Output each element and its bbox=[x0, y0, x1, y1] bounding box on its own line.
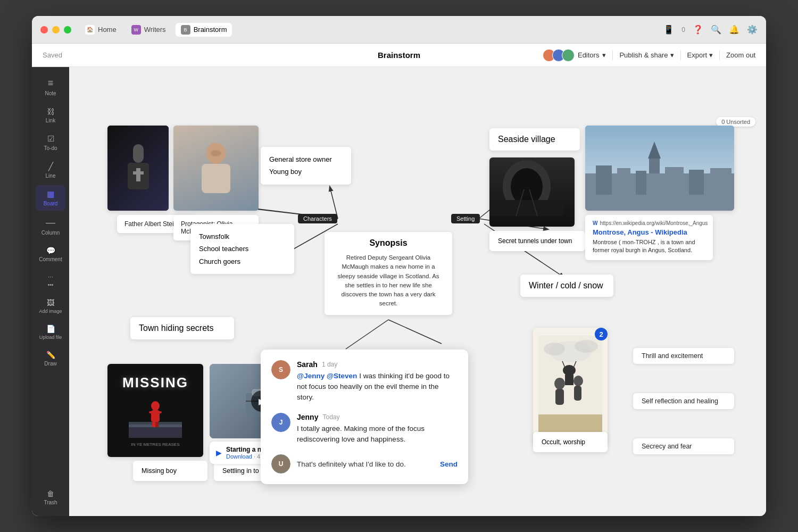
svg-rect-51 bbox=[565, 375, 573, 385]
sidebar-item-upload[interactable]: 📄 Upload file bbox=[36, 320, 65, 344]
sidebar-item-comment[interactable]: 💬 Comment bbox=[36, 242, 65, 267]
svg-line-8 bbox=[346, 320, 388, 349]
missing-book-photo[interactable]: MISSING bbox=[107, 364, 203, 457]
svg-point-18 bbox=[511, 168, 543, 205]
bell-icon[interactable]: 🔔 bbox=[729, 24, 739, 35]
send-button[interactable]: Send bbox=[440, 460, 458, 468]
comment-input-row: U That's definitely what I'd like to do.… bbox=[271, 454, 458, 473]
other-chars-card[interactable]: General store owner Young boy bbox=[261, 147, 351, 185]
export-button[interactable]: Export ▾ bbox=[687, 51, 713, 59]
brainstorm-icon: B bbox=[181, 25, 190, 35]
svg-marker-23 bbox=[648, 142, 661, 159]
board-icon: ▦ bbox=[47, 189, 54, 199]
synopsis-card[interactable]: Synopsis Retired Deputy Sergeant Olivia … bbox=[325, 232, 452, 315]
svg-rect-37 bbox=[152, 422, 155, 427]
main-layout: ≡ Note ⛓ Link ☑ To-do ╱ Line ▦ Board — C… bbox=[32, 67, 766, 516]
svg-point-46 bbox=[554, 378, 565, 389]
comment-sarah: S Sarah 1 day @Jenny @Steven I was think… bbox=[271, 360, 458, 403]
tunnels-label[interactable]: Secret tunnels under town bbox=[489, 231, 585, 251]
wikipedia-card[interactable]: W https://en.wikipedia.org/wiki/Montrose… bbox=[585, 215, 713, 260]
editors-chevron: ▾ bbox=[602, 51, 606, 59]
svg-rect-10 bbox=[133, 144, 144, 163]
svg-rect-49 bbox=[574, 386, 581, 401]
comment-panel: S Sarah 1 day @Jenny @Steven I was think… bbox=[261, 350, 468, 484]
other-chars-list: General store owner Young boy bbox=[269, 153, 343, 178]
occult-photo[interactable] bbox=[533, 328, 608, 445]
publish-button[interactable]: Publish & share ▾ bbox=[619, 51, 674, 59]
missing-boy-card[interactable]: Missing boy bbox=[133, 461, 207, 481]
svg-rect-25 bbox=[596, 165, 612, 195]
sidebar-item-board[interactable]: ▦ Board bbox=[36, 185, 65, 211]
jenny-comment-text: I totally agree. Making more of the focu… bbox=[297, 423, 458, 445]
link-icon: ⛓ bbox=[47, 107, 55, 116]
sidebar-item-draw[interactable]: ✏️ Draw bbox=[36, 346, 65, 371]
tab-bar: 🏠 Home W Writers B Brainstorm bbox=[80, 23, 232, 37]
comment-icon: 💬 bbox=[46, 246, 55, 255]
zoom-button[interactable]: Zoom out bbox=[726, 51, 755, 59]
tab-brainstorm[interactable]: B Brainstorm bbox=[176, 23, 232, 37]
svg-point-16 bbox=[211, 150, 221, 156]
saved-status: Saved bbox=[43, 51, 62, 59]
settings-icon[interactable]: ⚙️ bbox=[747, 24, 758, 35]
thrill-theme[interactable]: Thrill and excitement bbox=[633, 348, 734, 364]
sidebar-item-note[interactable]: ≡ Note bbox=[36, 73, 65, 101]
svg-rect-19 bbox=[489, 200, 564, 216]
village-photo[interactable] bbox=[585, 126, 734, 211]
svg-rect-12 bbox=[136, 168, 140, 181]
title-bar: 🏠 Home W Writers B Brainstorm 📱 0 ❓ 🔍 🔔 … bbox=[32, 16, 766, 44]
sidebar-item-todo[interactable]: ☑ To-do bbox=[36, 130, 65, 155]
svg-rect-30 bbox=[710, 168, 732, 195]
synopsis-title: Synopsis bbox=[333, 238, 444, 248]
help-icon[interactable]: ❓ bbox=[693, 24, 703, 35]
secondary-chars-card[interactable]: Townsfolk School teachers Church goers bbox=[190, 224, 294, 274]
editor-avatars bbox=[543, 49, 575, 62]
home-icon: 🏠 bbox=[85, 25, 95, 35]
sidebar-item-trash[interactable]: 🗑 Trash bbox=[36, 485, 65, 510]
sarah-comment-header: Sarah 1 day bbox=[297, 360, 458, 369]
sidebar-item-more[interactable]: ··· ••• bbox=[36, 269, 65, 292]
phone-icon[interactable]: 📱 bbox=[663, 24, 674, 35]
svg-rect-36 bbox=[157, 411, 162, 413]
app-header: Saved Brainstorm Editors ▾ Publish & sha… bbox=[32, 44, 766, 67]
page-title: Brainstorm bbox=[378, 51, 420, 60]
comment-input-text[interactable]: That's definitely what I'd like to do. bbox=[297, 460, 434, 468]
priest-photo[interactable] bbox=[107, 126, 169, 211]
search-icon[interactable]: 🔍 bbox=[711, 24, 721, 35]
maximize-button[interactable] bbox=[64, 26, 71, 34]
editors-button[interactable]: Editors ▾ bbox=[543, 49, 606, 62]
minimize-button[interactable] bbox=[52, 26, 60, 34]
tab-home[interactable]: 🏠 Home bbox=[80, 23, 122, 37]
download-link[interactable]: Download bbox=[226, 453, 252, 460]
jenny-comment-header: Jenny Today bbox=[297, 413, 458, 421]
tab-writers[interactable]: W Writers bbox=[126, 23, 171, 37]
comment-jenny: J Jenny Today I totally agree. Making mo… bbox=[271, 413, 458, 445]
wiki-title[interactable]: Montrose, Angus - Wikipedia bbox=[593, 228, 705, 236]
characters-label: Characters bbox=[298, 214, 337, 223]
svg-rect-29 bbox=[689, 170, 704, 195]
traffic-lights bbox=[40, 26, 71, 34]
svg-rect-47 bbox=[555, 389, 564, 405]
divider-1 bbox=[612, 51, 613, 60]
tunnel-photo[interactable] bbox=[489, 157, 575, 227]
input-avatar: U bbox=[271, 454, 290, 473]
canvas: 0 Unsorted Father Albert Stein bbox=[69, 67, 766, 516]
sidebar-item-link[interactable]: ⛓ Link bbox=[36, 103, 65, 128]
divider-2 bbox=[680, 51, 681, 60]
winter-card[interactable]: Winter / cold / snow bbox=[520, 275, 613, 297]
sidebar-item-add-image[interactable]: 🖼 Add image bbox=[36, 294, 65, 318]
divider-3 bbox=[719, 51, 720, 60]
occult-label[interactable]: Occult, worship bbox=[533, 432, 608, 452]
sidebar: ≡ Note ⛓ Link ☑ To-do ╱ Line ▦ Board — C… bbox=[32, 67, 69, 516]
sidebar-item-column[interactable]: — Column bbox=[36, 213, 65, 240]
close-button[interactable] bbox=[40, 26, 48, 34]
secrecy-theme[interactable]: Secrecy and fear bbox=[633, 438, 734, 454]
synopsis-text: Retired Deputy Sergeant Olivia McMaugh m… bbox=[333, 253, 444, 309]
protagonist-photo[interactable] bbox=[173, 126, 259, 211]
svg-rect-13 bbox=[133, 171, 144, 174]
seaside-card[interactable]: Seaside village bbox=[489, 128, 580, 151]
upload-icon: 📄 bbox=[46, 325, 55, 333]
town-secret-card[interactable]: Town hiding secrets bbox=[130, 317, 234, 339]
sidebar-item-line[interactable]: ╱ Line bbox=[36, 157, 65, 183]
svg-rect-27 bbox=[636, 171, 646, 195]
self-reflection-theme[interactable]: Self reflection and healing bbox=[633, 393, 734, 409]
